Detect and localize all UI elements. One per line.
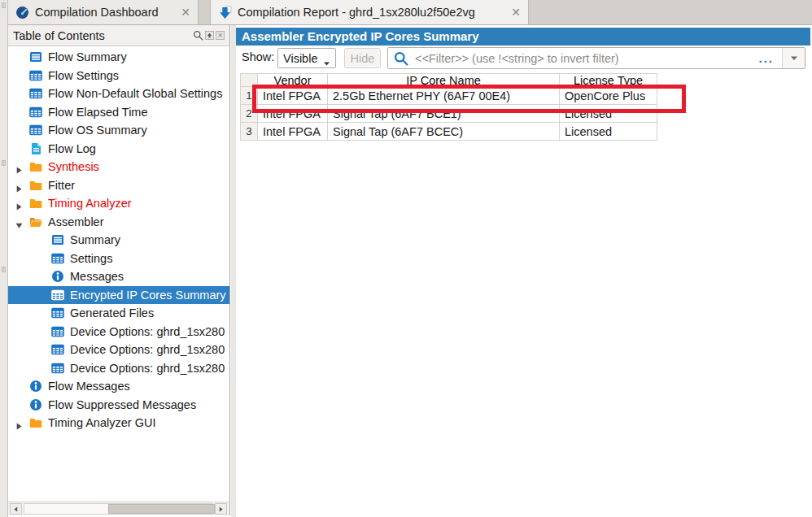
folder-icon [29,416,42,429]
tree-item[interactable]: Flow Suppressed Messages [8,396,229,415]
dashboard-gauge-icon [15,6,29,20]
tree-item[interactable]: Flow OS Summary [8,121,229,140]
more-options-icon[interactable]: ... [758,54,774,63]
tab-close-icon[interactable]: ✕ [511,7,521,18]
dock-handle[interactable] [2,267,6,272]
table-cell[interactable]: OpenCore Plus [560,87,657,105]
tree-item[interactable]: Encrypted IP Cores Summary [8,286,229,305]
toc-header: Table of Contents ✕ [8,25,230,46]
scrollbar-track[interactable] [24,503,213,515]
table-corner-cell [240,73,258,87]
tree-item[interactable]: Flow Log [8,140,229,159]
tree-item[interactable]: Synthesis [8,158,229,176]
tree-item[interactable]: Flow Summary [8,48,229,67]
table-icon [51,325,64,338]
table-icon [29,124,42,137]
arrow-up-icon [207,33,212,38]
tree-item[interactable]: Flow Non-Default Global Settings [8,85,229,103]
chevron-collapsed-icon[interactable] [15,200,23,207]
table-cell[interactable]: Signal Tap (6AF7 BCEC) [328,123,560,141]
tree-item-label: Flow Log [48,142,96,155]
table-icon [51,306,64,319]
tree-item[interactable]: Timing Analyzer GUI [8,414,229,432]
doc-icon [29,50,42,63]
tree-item[interactable]: Summary [8,231,229,250]
tree-item[interactable]: Assembler [8,213,229,232]
table-cell[interactable]: Intel FPGA [258,123,328,141]
tree-item-label: Flow Settings [48,69,119,82]
tree-item[interactable]: Flow Elapsed Time [8,103,229,122]
tree-item[interactable]: Flow Settings [8,67,229,85]
scroll-left-button[interactable] [10,503,22,515]
tree-item-label: Flow Elapsed Time [48,106,148,119]
column-header[interactable]: Vendor [258,73,328,87]
report-icon [218,6,232,20]
tree-item-label: Flow Suppressed Messages [48,398,196,411]
table-row[interactable]: 3Intel FPGASignal Tap (6AF7 BCEC)License… [240,123,657,141]
arrow-left-icon [13,506,19,513]
show-dropdown-value: Visible [283,52,317,65]
filter-dropdown-button[interactable] [782,48,805,68]
table-icon [29,87,42,100]
column-header[interactable]: License Type [560,73,657,87]
tree-item[interactable]: Settings [8,250,229,268]
table-row[interactable]: 1Intel FPGA2.5Gb Ethernet PHY (6AF7 00E4… [240,87,657,105]
dock-handle[interactable] [2,2,6,8]
tree-item[interactable]: Fitter [8,176,229,195]
tree-item-label: Encrypted IP Cores Summary [70,289,226,302]
tree-item[interactable]: Device Options: ghrd_1sx280 [8,323,229,341]
table-cell[interactable]: Signal Tap (6AF7 BCE1) [328,105,560,123]
table-icon [29,69,42,82]
column-header[interactable]: IP Core Name [328,73,560,87]
search-next-button[interactable] [205,31,214,40]
tab-compilation-dashboard[interactable]: Compilation Dashboard ✕ [8,0,199,24]
show-dropdown[interactable]: Visible [277,48,336,68]
doc-icon [51,233,64,246]
row-number: 2 [240,105,258,123]
tree-item-label: Settings [70,252,112,265]
tree-item-label: Summary [70,233,120,246]
filter-box: ... [387,47,805,69]
table-cell[interactable]: Intel FPGA [258,87,328,105]
tab-label: Compilation Report - ghrd_1sx280lu2f50e2… [238,6,475,19]
tree-item[interactable]: Device Options: ghrd_1sx280 [8,359,229,378]
tab-label: Compilation Dashboard [35,6,159,19]
scrollbar-thumb[interactable] [108,504,215,514]
tree-item[interactable]: Flow Messages [8,377,229,396]
table-icon [29,106,42,119]
chevron-collapsed-icon[interactable] [15,182,23,189]
tree-item-label: Fitter [48,179,75,192]
dock-handle[interactable] [2,160,6,166]
tree-item-label: Synthesis [48,160,99,173]
tree-item[interactable]: Device Options: ghrd_1sx280 [8,341,229,359]
chevron-down-icon [323,56,330,61]
tree-item-label: Flow Non-Default Global Settings [48,87,222,100]
table-cell[interactable]: Intel FPGA [258,105,328,123]
tree-item[interactable]: Messages [8,267,229,286]
table-cell[interactable]: Licensed [560,123,657,141]
search-icon[interactable] [193,30,203,41]
chevron-collapsed-icon[interactable] [15,419,23,427]
tree-item-label: Flow Messages [48,380,130,393]
chevron-expanded-icon[interactable] [15,219,23,226]
tree-item-label: Timing Analyzer GUI [48,416,155,429]
table-icon [51,362,64,375]
tree-item-label: Messages [70,270,124,283]
tree-item-label: Assembler [48,215,104,228]
scroll-right-button[interactable] [215,503,227,515]
toc-horizontal-scrollbar[interactable] [8,502,230,515]
tree-item-label: Flow OS Summary [48,124,147,137]
table-cell[interactable]: 2.5Gb Ethernet PHY (6AF7 00E4) [328,87,560,105]
table-icon [51,343,64,356]
chevron-collapsed-icon[interactable] [15,163,23,171]
tab-compilation-report[interactable]: Compilation Report - ghrd_1sx280lu2f50e2… [210,0,529,24]
tab-close-icon[interactable]: ✕ [181,7,190,18]
filter-input[interactable] [413,51,758,66]
table-row[interactable]: 2Intel FPGASignal Tap (6AF7 BCE1)License… [240,105,657,123]
tree-item[interactable]: Generated Files [8,304,229,323]
tree-item[interactable]: Timing Analyzer [8,194,229,213]
folder-icon [29,179,42,192]
table-cell[interactable]: Licensed [560,105,657,123]
hide-button[interactable]: Hide [344,48,381,68]
search-clear-button[interactable]: ✕ [216,31,225,40]
